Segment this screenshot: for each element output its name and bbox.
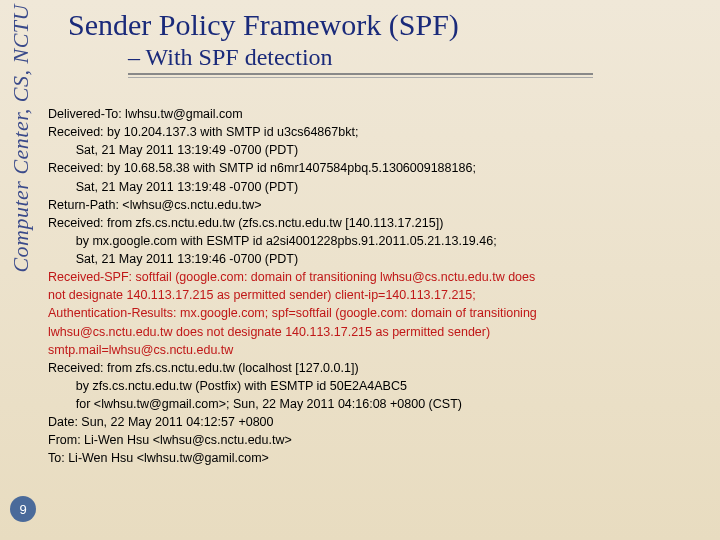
- email-line: by zfs.cs.nctu.edu.tw (Postfix) with ESM…: [48, 377, 710, 395]
- received-spf-line: Received-SPF: softfail (google.com: doma…: [48, 268, 710, 286]
- email-line: Date: Sun, 22 May 2011 04:12:57 +0800: [48, 413, 710, 431]
- email-line: Sat, 21 May 2011 13:19:48 -0700 (PDT): [48, 178, 710, 196]
- email-line: Sat, 21 May 2011 13:19:49 -0700 (PDT): [48, 141, 710, 159]
- email-line: Received: from zfs.cs.nctu.edu.tw (zfs.c…: [48, 214, 710, 232]
- auth-results-line: Authentication-Results: mx.google.com; s…: [48, 304, 710, 322]
- page-number-badge: 9: [10, 496, 36, 522]
- email-line: From: Li-Wen Hsu <lwhsu@cs.nctu.edu.tw>: [48, 431, 710, 449]
- email-headers-block: Delivered-To: lwhsu.tw@gmail.com Receive…: [48, 105, 710, 468]
- email-line: Received: by 10.68.58.38 with SMTP id n6…: [48, 159, 710, 177]
- email-line: To: Li-Wen Hsu <lwhsu.tw@gamil.com>: [48, 449, 710, 467]
- email-line: Received: by 10.204.137.3 with SMTP id u…: [48, 123, 710, 141]
- slide-content: Sender Policy Framework (SPF) – With SPF…: [48, 8, 710, 468]
- received-spf-line: not designate 140.113.17.215 as permitte…: [48, 286, 710, 304]
- subtitle-container: – With SPF detection: [128, 44, 710, 75]
- email-line: Sat, 21 May 2011 13:19:46 -0700 (PDT): [48, 250, 710, 268]
- email-line: Received: from zfs.cs.nctu.edu.tw (local…: [48, 359, 710, 377]
- auth-results-line: smtp.mail=lwhsu@cs.nctu.edu.tw: [48, 341, 710, 359]
- auth-results-line: lwhsu@cs.nctu.edu.tw does not designate …: [48, 323, 710, 341]
- slide-title: Sender Policy Framework (SPF): [68, 8, 710, 42]
- email-line: by mx.google.com with ESMTP id a2si40012…: [48, 232, 710, 250]
- email-line: for <lwhsu.tw@gmail.com>; Sun, 22 May 20…: [48, 395, 710, 413]
- email-line: Delivered-To: lwhsu.tw@gmail.com: [48, 105, 710, 123]
- email-line: Return-Path: <lwhsu@cs.nctu.edu.tw>: [48, 196, 710, 214]
- slide-subtitle: – With SPF detection: [128, 44, 593, 75]
- sidebar-institution-label: Computer Center, CS, NCTU: [8, 4, 34, 273]
